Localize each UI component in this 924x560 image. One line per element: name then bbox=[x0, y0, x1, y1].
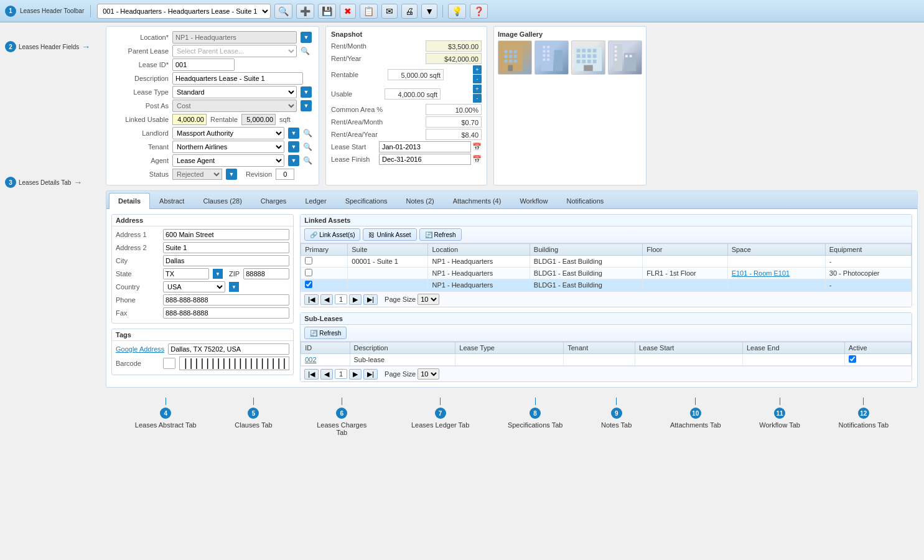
gallery-image-1[interactable] bbox=[498, 40, 532, 75]
zip-input[interactable] bbox=[243, 268, 289, 279]
rentable-input[interactable] bbox=[241, 114, 276, 125]
lease-finish-calendar-icon[interactable]: 📅 bbox=[472, 155, 482, 164]
snap-expand-btn2[interactable]: + bbox=[473, 85, 482, 93]
tab-abstract[interactable]: Abstract bbox=[150, 193, 194, 208]
city-input[interactable] bbox=[163, 255, 289, 266]
lease-finish-input[interactable] bbox=[379, 154, 471, 165]
refresh-subleases-btn[interactable]: 🔄 Refresh bbox=[304, 327, 347, 339]
post-as-select[interactable]: Cost bbox=[172, 100, 297, 112]
snap-collapse-btn2[interactable]: - bbox=[473, 94, 482, 103]
description-input[interactable] bbox=[172, 72, 303, 85]
google-address-link[interactable]: Google Address bbox=[116, 345, 164, 353]
tab-specifications[interactable]: Specifications bbox=[336, 193, 397, 208]
state-input[interactable] bbox=[163, 268, 209, 279]
tab-details[interactable]: Details bbox=[109, 193, 150, 209]
state-dropdown-btn[interactable]: ▼ bbox=[213, 269, 223, 279]
landlord-dropdown-btn[interactable]: ▼ bbox=[288, 128, 299, 139]
unlink-asset-btn[interactable]: ⛓ Unlink Asset bbox=[363, 228, 416, 241]
tab-notifications[interactable]: Notifications bbox=[557, 193, 613, 208]
page-prev-btn[interactable]: ◀ bbox=[320, 294, 333, 305]
save-button[interactable]: 💾 bbox=[318, 4, 336, 19]
sl-page-last-btn[interactable]: ▶| bbox=[363, 369, 378, 380]
status-select[interactable]: Rejected bbox=[172, 169, 222, 180]
sl-page-prev-btn[interactable]: ◀ bbox=[320, 369, 333, 380]
svg-rect-2 bbox=[509, 50, 512, 53]
tenant-label: Tenant bbox=[113, 143, 169, 151]
barcode-input[interactable] bbox=[163, 358, 175, 369]
tab-charges[interactable]: Charges bbox=[251, 193, 296, 208]
lease-selector[interactable]: 001 - Headquarters - Headquarters Lease … bbox=[97, 4, 271, 19]
address1-input[interactable] bbox=[163, 229, 289, 240]
parent-lease-search-icon[interactable]: 🔍 bbox=[301, 47, 310, 55]
sl-active-checkbox[interactable] bbox=[849, 355, 856, 363]
lease-finish-row: Lease Finish 📅 bbox=[331, 154, 482, 165]
sublease-id-link[interactable]: 002 bbox=[305, 356, 316, 363]
agent-search-icon[interactable]: 🔍 bbox=[303, 156, 312, 165]
post-as-dropdown-btn[interactable]: ▼ bbox=[301, 100, 312, 111]
fax-input[interactable] bbox=[163, 307, 289, 319]
linked-usable-input[interactable] bbox=[172, 114, 207, 125]
lease-start-calendar-icon[interactable]: 📅 bbox=[472, 142, 482, 151]
page-last-btn[interactable]: ▶| bbox=[363, 294, 378, 305]
print-button[interactable]: 🖨 bbox=[401, 4, 418, 19]
tab-ledger[interactable]: Ledger bbox=[296, 193, 335, 208]
tab-clauses[interactable]: Clauses (28) bbox=[194, 193, 251, 208]
tenant-dropdown-btn[interactable]: ▼ bbox=[288, 141, 299, 152]
copy-button[interactable]: 📋 bbox=[360, 4, 378, 19]
page-next-btn[interactable]: ▶ bbox=[349, 294, 362, 305]
link-asset-btn[interactable]: 🔗 Link Asset(s) bbox=[304, 228, 360, 241]
primary-checkbox-1[interactable] bbox=[305, 257, 312, 264]
tab-attachments[interactable]: Attachments (4) bbox=[444, 193, 511, 208]
lease-finish-field: 📅 bbox=[379, 154, 482, 165]
space-link-2[interactable]: E101 - Room E101 bbox=[732, 269, 790, 277]
email-button[interactable]: ✉ bbox=[381, 4, 398, 19]
tenant-search-icon[interactable]: 🔍 bbox=[303, 142, 312, 151]
search-button[interactable]: 🔍 bbox=[274, 4, 292, 19]
revision-input[interactable] bbox=[276, 169, 294, 180]
snap-expand-btn[interactable]: + bbox=[473, 65, 482, 74]
address2-input[interactable] bbox=[163, 242, 289, 253]
rent-area-year-label: Rent/Area/Year bbox=[331, 131, 378, 138]
sl-page-next-btn[interactable]: ▶ bbox=[349, 369, 362, 380]
landlord-search-icon[interactable]: 🔍 bbox=[303, 129, 312, 138]
lease-type-select[interactable]: Standard bbox=[172, 86, 297, 98]
status-dropdown-btn[interactable]: ▼ bbox=[226, 169, 237, 180]
page-first-btn[interactable]: |◀ bbox=[304, 294, 319, 305]
print-dropdown-button[interactable]: ▼ bbox=[421, 4, 437, 19]
location-input[interactable] bbox=[172, 31, 297, 44]
tab-workflow[interactable]: Workflow bbox=[510, 193, 557, 208]
location-dropdown-btn[interactable]: ▼ bbox=[301, 32, 312, 43]
lease-start-input[interactable] bbox=[379, 141, 471, 152]
agent-dropdown-btn[interactable]: ▼ bbox=[288, 155, 299, 166]
sl-page-size-select[interactable]: 10 bbox=[418, 368, 439, 380]
country-dropdown-btn[interactable]: ▼ bbox=[229, 282, 239, 292]
svg-rect-7 bbox=[505, 60, 508, 63]
sl-page-first-btn[interactable]: |◀ bbox=[304, 369, 319, 380]
callout-clauses-tab: 5 Clauses Tab bbox=[235, 398, 272, 436]
gallery-image-2[interactable] bbox=[534, 40, 569, 75]
link-icon: 🔗 bbox=[310, 231, 317, 238]
lease-id-input[interactable] bbox=[172, 58, 235, 71]
primary-checkbox-2[interactable] bbox=[305, 269, 312, 276]
gallery-image-3[interactable] bbox=[571, 40, 605, 75]
lease-type-dropdown-btn[interactable]: ▼ bbox=[301, 86, 312, 98]
phone-input[interactable] bbox=[163, 294, 289, 306]
parent-lease-select[interactable]: Select Parent Lease... bbox=[172, 45, 297, 57]
tab-notes[interactable]: Notes (2) bbox=[397, 193, 444, 208]
toolbar-separator bbox=[90, 5, 91, 17]
tenant-select[interactable]: Northern Airlines bbox=[172, 141, 284, 153]
gallery-image-4[interactable] bbox=[608, 40, 642, 75]
rent-year-label: Rent/Year bbox=[331, 55, 362, 62]
landlord-select[interactable]: Massport Authority bbox=[172, 127, 284, 139]
add-button[interactable]: ➕ bbox=[296, 4, 314, 19]
delete-button[interactable]: ✖ bbox=[340, 4, 356, 19]
refresh-assets-btn[interactable]: 🔄 Refresh bbox=[419, 228, 462, 241]
snap-collapse-btn[interactable]: - bbox=[473, 75, 482, 83]
page-size-select[interactable]: 10 bbox=[418, 294, 439, 305]
primary-checkbox-3[interactable] bbox=[305, 281, 312, 288]
country-select[interactable]: USA bbox=[163, 281, 225, 292]
help-button[interactable]: ❓ bbox=[470, 4, 488, 19]
google-address-input[interactable] bbox=[168, 343, 289, 355]
agent-select[interactable]: Lease Agent bbox=[172, 154, 284, 167]
lightbulb-button[interactable]: 💡 bbox=[448, 4, 466, 19]
